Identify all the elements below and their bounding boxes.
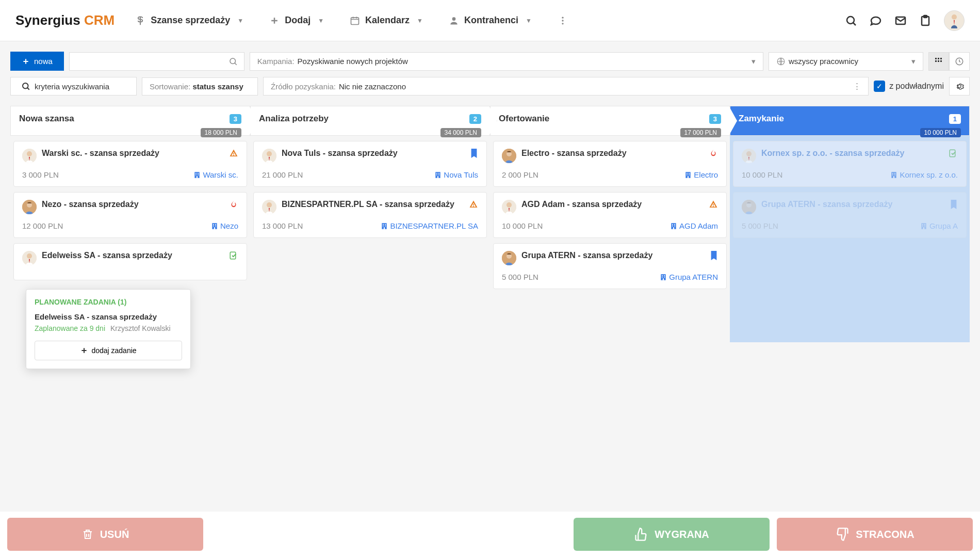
popup-item-title[interactable]: Edelweiss SA - szansa sprzedaży <box>35 312 182 321</box>
opportunity-card[interactable]: Kornex sp. z o.o. - szansa sprzedaży10 0… <box>733 141 967 187</box>
svg-rect-58 <box>687 172 688 173</box>
nav-label: Szanse sprzedaży <box>151 15 230 26</box>
popup-title: PLANOWANE ZADANIA (1) <box>35 298 182 306</box>
popup-due: Zaplanowane za 9 dni <box>35 324 105 332</box>
card-company-link[interactable]: AGD Adam <box>670 221 718 230</box>
column-header[interactable]: Zamykanie110 000 PLN <box>730 106 970 136</box>
opportunity-card[interactable]: AGD Adam - szansa sprzedaży10 000 PLN AG… <box>493 192 727 238</box>
tasks-popup: PLANOWANE ZADANIA (1) Edelweiss SA - sza… <box>26 289 191 342</box>
settings-button[interactable] <box>949 77 970 96</box>
svg-rect-26 <box>198 174 199 175</box>
filter-value: Nic nie zaznaczono <box>339 82 406 91</box>
opportunity-card[interactable]: Nova Tuls - szansa sprzedaży21 000 PLN N… <box>253 141 487 187</box>
svg-rect-33 <box>213 225 214 226</box>
filter-value: wszyscy pracownicy <box>789 57 858 66</box>
sort-select[interactable]: Sortowanie: status szansy <box>142 77 258 96</box>
svg-rect-60 <box>687 174 688 175</box>
column-sum: 34 000 PLN <box>440 128 481 137</box>
card-avatar <box>22 200 37 214</box>
source-filter[interactable]: Źródło pozyskania: Nic nie zaznaczono ⋮ <box>263 77 869 96</box>
popup-assignee: Krzysztof Kowalski <box>110 324 171 332</box>
card-company-link[interactable]: Nezo <box>211 221 238 230</box>
opportunity-card[interactable]: Grupa ATERN - szansa sprzedaży5 000 PLN … <box>493 243 727 289</box>
nav-opportunities[interactable]: Szanse sprzedaży ▼ <box>135 15 243 26</box>
search-input[interactable] <box>69 52 244 71</box>
card-company-link[interactable]: Nova Tuls <box>434 170 478 179</box>
subordinates-checkbox[interactable]: ✓ z podwładnymi <box>874 81 944 92</box>
svg-point-4 <box>562 23 563 24</box>
opportunity-card[interactable]: Grupa ATERN - szansa sprzedaży5 000 PLN … <box>733 192 967 238</box>
chat-icon[interactable] <box>870 14 882 27</box>
svg-point-3 <box>562 20 563 21</box>
add-task-button[interactable]: dodaj zadanie <box>35 341 182 342</box>
calendar-icon <box>350 15 360 26</box>
card-company-link[interactable]: BIZNESPARTNER.PL SA <box>381 221 478 230</box>
kanban-column: Ofertowanie317 000 PLNElectro - szansa s… <box>490 106 730 342</box>
header-actions <box>845 10 965 31</box>
nav-label: Dodaj <box>285 15 311 26</box>
warn-icon <box>469 200 478 209</box>
plus-icon <box>269 15 280 26</box>
nav-add[interactable]: Dodaj ▼ <box>269 15 324 26</box>
column-title: Nowa szansa <box>19 114 224 124</box>
card-company-link[interactable]: Grupa A <box>920 221 958 230</box>
criteria-button[interactable]: kryteria wyszukiwania <box>10 77 137 96</box>
opportunity-card[interactable]: BIZNESPARTNER.PL SA - szansa sprzedaży13… <box>253 192 487 238</box>
column-header[interactable]: Ofertowanie317 000 PLN <box>490 106 730 136</box>
card-avatar <box>502 251 516 265</box>
employees-filter[interactable]: wszyscy pracownicy ▾ <box>769 52 923 71</box>
column-body[interactable]: Kornex sp. z o.o. - szansa sprzedaży10 0… <box>730 136 970 342</box>
svg-rect-74 <box>662 275 663 276</box>
opportunity-card[interactable]: Edelweiss SA - szansa sprzedaży <box>13 243 247 280</box>
column-header[interactable]: Analiza potrzeby234 000 PLN <box>250 106 490 136</box>
svg-rect-16 <box>938 60 939 62</box>
svg-rect-61 <box>689 174 690 175</box>
history-view-button[interactable] <box>949 52 970 71</box>
filter-label: Kampania: <box>257 57 295 66</box>
new-button[interactable]: nowa <box>10 52 64 71</box>
card-company-link[interactable]: Grupa ATERN <box>660 273 718 281</box>
clipboard-icon[interactable] <box>919 14 932 27</box>
search-icon[interactable] <box>845 14 857 27</box>
svg-point-19 <box>23 83 28 89</box>
card-company-link[interactable]: Warski sc. <box>193 170 238 179</box>
svg-rect-52 <box>383 225 384 226</box>
svg-rect-35 <box>214 227 215 229</box>
nav-contacts[interactable]: Kontrahenci ▼ <box>449 15 532 26</box>
column-body[interactable]: Electro - szansa sprzedaży2 000 PLN Elec… <box>490 136 730 342</box>
opportunity-card[interactable]: Electro - szansa sprzedaży2 000 PLN Elec… <box>493 141 727 187</box>
nav-more[interactable] <box>558 15 568 26</box>
svg-point-80 <box>746 151 752 156</box>
filter-label: Źródło pozyskania: <box>271 82 336 91</box>
campaign-filter[interactable]: Kampania: Pozyskiwanie nowych projektów … <box>250 52 763 71</box>
card-title: Edelweiss SA - szansa sprzedaży <box>42 251 224 260</box>
opportunity-card[interactable]: Nezo - szansa sprzedaży12 000 PLN Nezo <box>13 192 247 238</box>
book-icon <box>470 149 478 158</box>
card-company-link[interactable]: Electro <box>684 170 718 179</box>
column-title: Analiza potrzeby <box>259 114 464 124</box>
column-body[interactable]: Nova Tuls - szansa sprzedaży21 000 PLN N… <box>250 136 490 342</box>
svg-rect-78 <box>663 278 664 280</box>
filter-value: Pozyskiwanie nowych projektów <box>298 57 408 66</box>
chevron-down-icon: ▾ <box>911 57 916 66</box>
svg-rect-31 <box>213 224 214 225</box>
view-toggle <box>928 52 970 71</box>
opportunity-card[interactable]: Warski sc. - szansa sprzedaży3 000 PLN W… <box>13 141 247 187</box>
column-count-badge: 3 <box>709 114 721 124</box>
chevron-down-icon: ▼ <box>237 17 243 24</box>
svg-point-1 <box>452 17 456 21</box>
column-count-badge: 2 <box>469 114 481 124</box>
column-header[interactable]: Nowa szansa318 000 PLN <box>10 106 250 136</box>
card-avatar <box>22 251 37 265</box>
kanban-view-button[interactable] <box>928 52 949 71</box>
svg-rect-46 <box>437 176 438 178</box>
svg-rect-42 <box>436 172 437 173</box>
svg-rect-75 <box>664 275 665 276</box>
mail-icon[interactable] <box>894 14 907 27</box>
card-company-link[interactable]: Kornex sp. z o.o. <box>890 170 958 179</box>
user-avatar[interactable] <box>944 10 965 31</box>
column-sum: 10 000 PLN <box>920 128 961 137</box>
dollar-icon <box>135 15 145 26</box>
svg-rect-0 <box>351 18 359 24</box>
nav-calendar[interactable]: Kalendarz ▼ <box>350 15 423 26</box>
